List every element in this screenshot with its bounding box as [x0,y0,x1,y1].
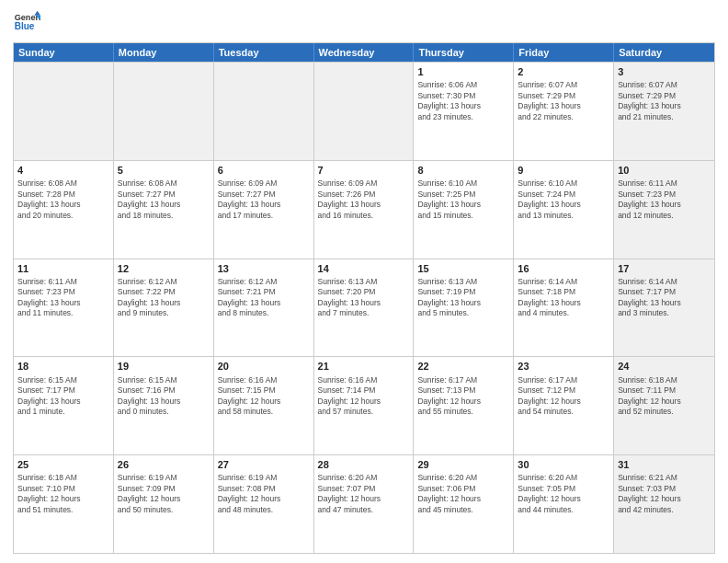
empty-cell [214,63,314,160]
day-number: 20 [218,360,310,373]
day-cell-31: 31Sunrise: 6:21 AM Sunset: 7:03 PM Dayli… [614,455,714,553]
day-cell-8: 8Sunrise: 6:10 AM Sunset: 7:25 PM Daylig… [414,161,514,259]
calendar: SundayMondayTuesdayWednesdayThursdayFrid… [13,42,715,554]
empty-cell [114,63,214,160]
day-info: Sunrise: 6:08 AM Sunset: 7:27 PM Dayligh… [118,178,210,221]
empty-cell [314,63,415,160]
day-number: 17 [618,262,711,275]
day-number: 5 [118,164,210,177]
day-cell-11: 11Sunrise: 6:11 AM Sunset: 7:23 PM Dayli… [14,259,114,357]
day-info: Sunrise: 6:14 AM Sunset: 7:18 PM Dayligh… [518,277,609,319]
day-number: 8 [417,164,509,177]
calendar-row-5: 25Sunrise: 6:18 AM Sunset: 7:10 PM Dayli… [14,454,714,553]
day-number: 25 [17,458,109,471]
day-info: Sunrise: 6:07 AM Sunset: 7:29 PM Dayligh… [618,80,711,122]
day-info: Sunrise: 6:14 AM Sunset: 7:17 PM Dayligh… [618,277,711,319]
calendar-row-4: 18Sunrise: 6:15 AM Sunset: 7:17 PM Dayli… [14,356,714,454]
day-cell-2: 2Sunrise: 6:07 AM Sunset: 7:29 PM Daylig… [514,63,614,160]
day-number: 27 [218,458,310,471]
day-info: Sunrise: 6:13 AM Sunset: 7:19 PM Dayligh… [417,277,509,319]
day-number: 30 [518,458,609,471]
day-info: Sunrise: 6:16 AM Sunset: 7:15 PM Dayligh… [218,375,310,418]
day-cell-28: 28Sunrise: 6:20 AM Sunset: 7:07 PM Dayli… [314,455,415,553]
day-number: 3 [618,65,711,78]
day-info: Sunrise: 6:17 AM Sunset: 7:12 PM Dayligh… [518,375,609,418]
day-info: Sunrise: 6:20 AM Sunset: 7:06 PM Dayligh… [417,473,509,515]
day-cell-16: 16Sunrise: 6:14 AM Sunset: 7:18 PM Dayli… [514,259,614,357]
day-number: 10 [618,164,711,177]
day-number: 2 [518,65,609,78]
weekday-header-friday: Friday [514,43,614,62]
day-info: Sunrise: 6:19 AM Sunset: 7:08 PM Dayligh… [218,473,310,515]
day-number: 21 [318,360,410,373]
day-cell-24: 24Sunrise: 6:18 AM Sunset: 7:11 PM Dayli… [614,357,714,454]
day-info: Sunrise: 6:20 AM Sunset: 7:07 PM Dayligh… [318,473,410,515]
day-cell-7: 7Sunrise: 6:09 AM Sunset: 7:26 PM Daylig… [314,161,415,259]
weekday-header-tuesday: Tuesday [214,43,314,62]
day-cell-5: 5Sunrise: 6:08 AM Sunset: 7:27 PM Daylig… [114,161,214,259]
day-number: 16 [518,262,609,275]
weekday-header-sunday: Sunday [14,43,114,62]
day-number: 18 [17,360,109,373]
day-cell-10: 10Sunrise: 6:11 AM Sunset: 7:23 PM Dayli… [614,161,714,259]
day-cell-15: 15Sunrise: 6:13 AM Sunset: 7:19 PM Dayli… [414,259,514,357]
logo-icon: General Blue [13,9,40,37]
day-cell-27: 27Sunrise: 6:19 AM Sunset: 7:08 PM Dayli… [214,455,314,553]
day-cell-3: 3Sunrise: 6:07 AM Sunset: 7:29 PM Daylig… [614,63,714,160]
day-number: 23 [518,360,609,373]
day-number: 29 [417,458,509,471]
day-cell-6: 6Sunrise: 6:09 AM Sunset: 7:27 PM Daylig… [214,161,314,259]
day-cell-17: 17Sunrise: 6:14 AM Sunset: 7:17 PM Dayli… [614,259,714,357]
day-info: Sunrise: 6:15 AM Sunset: 7:16 PM Dayligh… [118,375,210,418]
day-cell-25: 25Sunrise: 6:18 AM Sunset: 7:10 PM Dayli… [14,455,114,553]
day-number: 19 [118,360,210,373]
weekday-header-wednesday: Wednesday [314,43,415,62]
weekday-header-thursday: Thursday [414,43,514,62]
day-cell-23: 23Sunrise: 6:17 AM Sunset: 7:12 PM Dayli… [514,357,614,454]
calendar-row-1: 1Sunrise: 6:06 AM Sunset: 7:30 PM Daylig… [14,62,714,160]
day-number: 4 [17,164,109,177]
day-cell-30: 30Sunrise: 6:20 AM Sunset: 7:05 PM Dayli… [514,455,614,553]
day-info: Sunrise: 6:11 AM Sunset: 7:23 PM Dayligh… [618,178,711,221]
day-number: 7 [318,164,410,177]
day-number: 9 [518,164,609,177]
svg-text:Blue: Blue [15,21,35,31]
day-number: 1 [417,65,509,78]
day-number: 14 [318,262,410,275]
calendar-body: 1Sunrise: 6:06 AM Sunset: 7:30 PM Daylig… [14,62,714,553]
header: General Blue [13,9,715,37]
day-number: 28 [318,458,410,471]
day-cell-26: 26Sunrise: 6:19 AM Sunset: 7:09 PM Dayli… [114,455,214,553]
day-info: Sunrise: 6:11 AM Sunset: 7:23 PM Dayligh… [17,277,109,319]
day-info: Sunrise: 6:06 AM Sunset: 7:30 PM Dayligh… [417,80,509,122]
day-cell-29: 29Sunrise: 6:20 AM Sunset: 7:06 PM Dayli… [414,455,514,553]
day-info: Sunrise: 6:09 AM Sunset: 7:26 PM Dayligh… [318,178,410,221]
day-number: 6 [218,164,310,177]
weekday-header-monday: Monday [114,43,214,62]
day-number: 11 [17,262,109,275]
page: General Blue SundayMondayTuesdayWednesda… [0,0,728,563]
day-cell-12: 12Sunrise: 6:12 AM Sunset: 7:22 PM Dayli… [114,259,214,357]
day-number: 12 [118,262,210,275]
day-cell-1: 1Sunrise: 6:06 AM Sunset: 7:30 PM Daylig… [414,63,514,160]
day-number: 15 [417,262,509,275]
day-info: Sunrise: 6:10 AM Sunset: 7:24 PM Dayligh… [518,178,609,221]
day-info: Sunrise: 6:20 AM Sunset: 7:05 PM Dayligh… [518,473,609,515]
day-info: Sunrise: 6:19 AM Sunset: 7:09 PM Dayligh… [118,473,210,515]
day-info: Sunrise: 6:10 AM Sunset: 7:25 PM Dayligh… [417,178,509,221]
day-cell-14: 14Sunrise: 6:13 AM Sunset: 7:20 PM Dayli… [314,259,415,357]
calendar-row-2: 4Sunrise: 6:08 AM Sunset: 7:28 PM Daylig… [14,160,714,259]
calendar-row-3: 11Sunrise: 6:11 AM Sunset: 7:23 PM Dayli… [14,259,714,357]
day-cell-19: 19Sunrise: 6:15 AM Sunset: 7:16 PM Dayli… [114,357,214,454]
weekday-header-saturday: Saturday [614,43,714,62]
day-cell-20: 20Sunrise: 6:16 AM Sunset: 7:15 PM Dayli… [214,357,314,454]
day-info: Sunrise: 6:18 AM Sunset: 7:10 PM Dayligh… [17,473,109,515]
day-number: 26 [118,458,210,471]
logo: General Blue [13,9,40,37]
day-info: Sunrise: 6:16 AM Sunset: 7:14 PM Dayligh… [318,375,410,418]
day-cell-18: 18Sunrise: 6:15 AM Sunset: 7:17 PM Dayli… [14,357,114,454]
day-cell-9: 9Sunrise: 6:10 AM Sunset: 7:24 PM Daylig… [514,161,614,259]
day-cell-4: 4Sunrise: 6:08 AM Sunset: 7:28 PM Daylig… [14,161,114,259]
day-info: Sunrise: 6:18 AM Sunset: 7:11 PM Dayligh… [618,375,711,418]
day-number: 13 [218,262,310,275]
